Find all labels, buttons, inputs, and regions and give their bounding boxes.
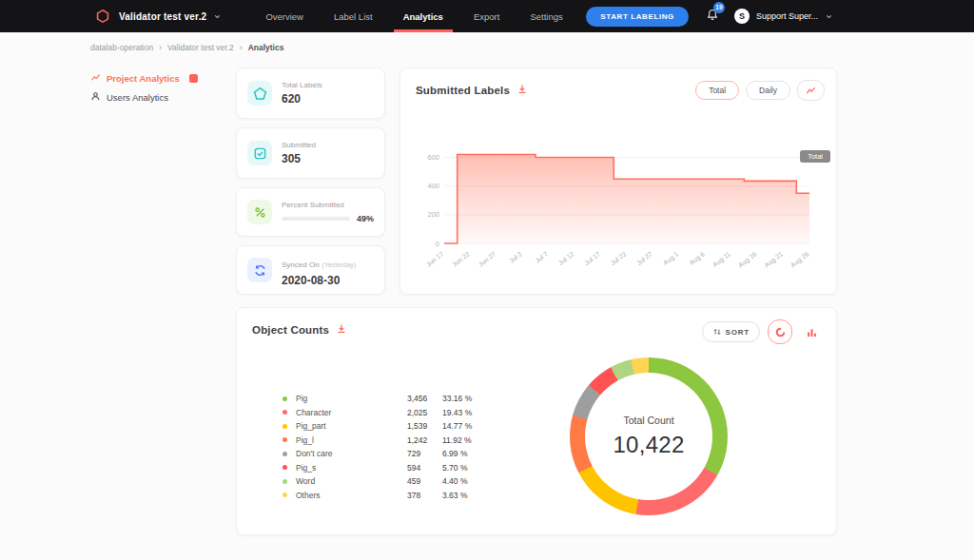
tab-overview[interactable]: Overview	[250, 0, 319, 32]
svg-text:0: 0	[436, 240, 439, 248]
chevron-down-icon	[213, 12, 222, 21]
legend-value: 1,242	[407, 435, 442, 445]
stat-value: 2020-08-30	[282, 274, 374, 287]
object-counts-donut-chart[interactable]: Total Count 10,422	[570, 357, 728, 515]
bar-chart-icon	[806, 326, 818, 338]
legend-color-dot	[282, 437, 287, 442]
legend-percent: 5.70 %	[442, 463, 467, 473]
svg-text:Aug 21: Aug 21	[763, 250, 784, 269]
legend-value: 3,456	[407, 394, 442, 403]
svg-text:Jul 2: Jul 2	[508, 250, 523, 264]
download-icon[interactable]	[516, 82, 528, 99]
bar-chart-type-button[interactable]	[800, 320, 823, 343]
legend-label: Pig_part	[296, 421, 407, 431]
pentagon-icon	[247, 81, 272, 106]
avatar: S	[734, 9, 750, 24]
svg-text:Jul 22: Jul 22	[610, 250, 628, 266]
donut-center-value: 10,422	[613, 432, 684, 458]
legend-percent: 33.16 %	[442, 394, 472, 403]
line-chart-type-button[interactable]	[797, 80, 825, 101]
download-icon[interactable]	[336, 321, 347, 338]
breadcrumb-item-project[interactable]: Validator test ver.2	[167, 43, 234, 52]
project-title: Validator test ver.2	[119, 11, 206, 22]
project-analytics-badge-icon	[189, 74, 198, 83]
donut-center-label: Total Count	[623, 415, 673, 426]
sort-button[interactable]: SORT	[702, 321, 760, 342]
legend-row[interactable]: Pig_s5945.70 %	[282, 461, 516, 475]
legend-percent: 14.77 %	[442, 421, 472, 431]
legend-color-dot	[282, 396, 287, 401]
percent-icon	[247, 200, 272, 224]
object-counts-legend: Pig3,45633.16 %Character2,02519.43 %Pig_…	[282, 392, 516, 502]
svg-text:Aug 1: Aug 1	[662, 250, 680, 267]
app-logo-icon[interactable]	[95, 9, 110, 24]
legend-color-dot	[282, 479, 287, 484]
stat-label: Submitted	[282, 141, 374, 149]
breadcrumb-item-organization[interactable]: datalab-operation	[90, 43, 153, 52]
legend-percent: 11.92 %	[442, 435, 472, 445]
stat-label: Percent Submitted	[282, 201, 374, 209]
legend-label: Word	[296, 476, 407, 486]
progress-percent-value: 49%	[357, 214, 374, 223]
notifications-button[interactable]: 19	[706, 8, 719, 26]
synced-on-card: Synced On(Yesterday) 2020-08-30	[236, 245, 385, 295]
tab-export[interactable]: Export	[458, 0, 515, 32]
top-navigation-bar: Validator test ver.2 Overview Label List…	[0, 0, 974, 32]
donut-center: Total Count 10,422	[585, 373, 712, 500]
stat-value: 620	[282, 92, 374, 106]
user-name: Support Super...	[756, 11, 818, 21]
breadcrumb: datalab-operation › Validator test ver.2…	[90, 43, 283, 52]
submitted-progress-bar	[282, 217, 350, 221]
svg-text:Jun 22: Jun 22	[451, 250, 471, 268]
series-total-badge: Total	[800, 150, 830, 163]
tab-analytics[interactable]: Analytics	[388, 0, 458, 32]
card-title: Submitted Labels	[416, 85, 510, 96]
sidebar-item-users-analytics[interactable]: Users Analytics	[90, 87, 233, 106]
legend-value: 459	[407, 476, 442, 486]
svg-text:Jul 12: Jul 12	[557, 250, 575, 266]
user-icon	[90, 91, 101, 104]
analytics-sidebar: Project Analytics Users Analytics	[90, 68, 233, 106]
sidebar-item-project-analytics[interactable]: Project Analytics	[90, 68, 233, 87]
donut-chart-type-button[interactable]	[768, 319, 792, 344]
daily-toggle-button[interactable]: Daily	[746, 81, 790, 100]
legend-row[interactable]: Word4594.40 %	[282, 474, 516, 489]
legend-label: Don't care	[296, 449, 407, 458]
main-nav: Overview Label List Analytics Export Set…	[250, 0, 577, 32]
legend-label: Character	[296, 408, 407, 417]
legend-row[interactable]: Pig3,45633.16 %	[282, 392, 516, 406]
legend-row[interactable]: Character2,02519.43 %	[282, 406, 516, 420]
legend-label: Pig_s	[296, 463, 407, 473]
breadcrumb-separator: ›	[159, 43, 162, 52]
analytics-page: Validator test ver.2 Overview Label List…	[0, 0, 974, 560]
user-menu[interactable]: S Support Super...	[734, 9, 833, 24]
legend-row[interactable]: Don't care7296.99 %	[282, 447, 516, 461]
sync-icon	[247, 258, 272, 282]
legend-row[interactable]: Others3783.63 %	[282, 489, 516, 503]
breadcrumb-item-current: Analytics	[248, 43, 284, 52]
total-toggle-button[interactable]: Total	[695, 81, 739, 100]
legend-value: 729	[407, 449, 442, 458]
donut-chart-icon	[774, 326, 787, 338]
percent-submitted-card: Percent Submitted 49%	[236, 187, 385, 237]
tab-settings[interactable]: Settings	[515, 0, 577, 32]
legend-row[interactable]: Pig_l1,24211.92 %	[282, 434, 516, 448]
legend-row[interactable]: Pig_part1,53914.77 %	[282, 419, 516, 434]
legend-percent: 19.43 %	[442, 408, 472, 417]
stat-label: Synced On	[282, 261, 320, 269]
submitted-labels-area-chart[interactable]: 0200400600Jun 17Jun 22Jun 27Jul 2Jul 7Ju…	[416, 141, 819, 291]
legend-percent: 6.99 %	[442, 449, 467, 458]
svg-text:Aug 6: Aug 6	[688, 250, 706, 267]
legend-value: 594	[407, 463, 442, 473]
svg-text:600: 600	[427, 153, 439, 162]
trend-chart-icon	[90, 72, 101, 85]
svg-text:400: 400	[427, 182, 439, 190]
project-switcher[interactable]: Validator test ver.2	[119, 11, 222, 22]
total-labels-card: Total Labels 620	[236, 68, 385, 119]
check-square-icon	[247, 141, 272, 165]
legend-color-dot	[282, 452, 287, 456]
tab-label-list[interactable]: Label List	[319, 0, 388, 32]
svg-text:Aug 11: Aug 11	[711, 250, 732, 269]
start-labeling-button[interactable]: START LABELING	[586, 7, 689, 27]
object-counts-card: Object Counts SORT Pig3,45633.16 %Charac…	[236, 307, 837, 535]
